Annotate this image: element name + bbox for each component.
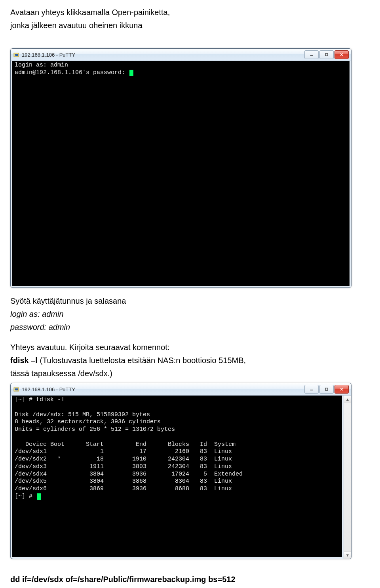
terminal-text: login as: admin admin@192.168.1.106's pa… <box>15 62 129 76</box>
putty-icon <box>13 51 19 58</box>
terminal-text: [~] # fdisk -l Disk /dev/sdx: 515 MB, 51… <box>15 396 243 500</box>
terminal-area[interactable]: [~] # fdisk -l Disk /dev/sdx: 515 MB, 51… <box>11 396 344 559</box>
svg-rect-11 <box>325 388 328 390</box>
fdisk-desc: (Tulostuvasta luettelosta etsitään NAS:n… <box>38 356 246 365</box>
scroll-track[interactable] <box>344 403 351 551</box>
titlebar: 192.168.1.106 - PuTTY <box>11 383 351 396</box>
putty-window-fdisk: 192.168.1.106 - PuTTY [~] # fdisk -l Dis… <box>10 383 352 559</box>
password-line: password: admin <box>10 322 370 333</box>
credentials-heading: Syötä käyttäjätunnus ja salasana <box>10 296 370 306</box>
putty-window-login: 192.168.1.106 - PuTTY login as: admin ad… <box>10 48 352 288</box>
dd-command: dd if=/dev/sdx of=/share/Public/firmware… <box>10 574 370 585</box>
intro-line1: Avataan yhteys klikkaamalla Open-painike… <box>10 7 370 18</box>
login-line: login as: admin <box>10 309 370 320</box>
scroll-up-icon[interactable]: ▲ <box>344 396 351 403</box>
svg-rect-9 <box>15 390 15 390</box>
svg-rect-2 <box>15 55 15 56</box>
instr-line2: fdisk –l (Tulostuvasta luettelosta etsit… <box>10 355 370 366</box>
fdisk-cmd: fdisk –l <box>10 356 38 365</box>
instr-line1: Yhteys avautuu. Kirjoita seuraavat komen… <box>10 342 370 353</box>
close-button[interactable] <box>334 385 349 394</box>
cursor <box>129 70 133 76</box>
svg-rect-4 <box>325 53 328 56</box>
minimize-button[interactable] <box>304 50 319 59</box>
window-title: 192.168.1.106 - PuTTY <box>22 52 304 58</box>
window-buttons <box>304 50 349 59</box>
intro-line2: jonka jälkeen avautuu oheinen ikkuna <box>10 20 370 31</box>
scroll-down-icon[interactable]: ▼ <box>344 551 351 559</box>
titlebar: 192.168.1.106 - PuTTY <box>11 49 351 61</box>
cursor <box>37 493 41 500</box>
window-buttons <box>304 385 349 394</box>
instr-line3: tässä tapauksessa /dev/sdx.) <box>10 368 370 379</box>
putty-icon <box>13 386 19 392</box>
maximize-button[interactable] <box>319 50 334 59</box>
terminal-area[interactable]: login as: admin admin@192.168.1.106's pa… <box>11 61 351 287</box>
minimize-button[interactable] <box>304 385 319 394</box>
scrollbar[interactable]: ▲ ▼ <box>344 396 351 559</box>
window-title: 192.168.1.106 - PuTTY <box>22 386 304 392</box>
close-button[interactable] <box>334 50 349 59</box>
maximize-button[interactable] <box>319 385 334 394</box>
